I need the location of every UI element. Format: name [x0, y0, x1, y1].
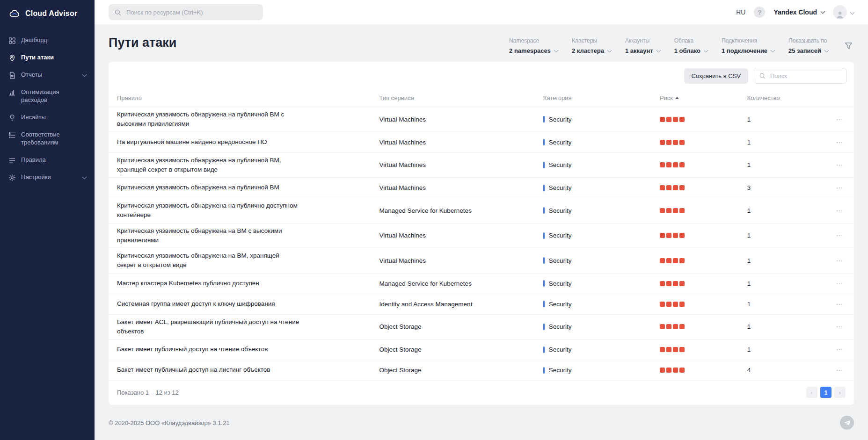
- row-menu-button[interactable]: ⋯: [834, 322, 846, 331]
- column-risk[interactable]: Риск: [660, 94, 747, 101]
- table-row[interactable]: На виртуальной машине найдено вредоносно…: [109, 132, 854, 153]
- sidebar-item-reports[interactable]: Отчеты: [0, 66, 95, 84]
- risk-square: [666, 302, 671, 307]
- chevron-down-icon: [82, 174, 87, 179]
- risk-square: [673, 258, 678, 263]
- row-menu-button[interactable]: ⋯: [834, 345, 846, 354]
- row-menu-button[interactable]: ⋯: [834, 206, 846, 215]
- risk-square: [679, 302, 685, 307]
- table-search-input[interactable]: [769, 72, 841, 80]
- sidebar: Cloud Advisor ДашбордПути атакиОтчетыОпт…: [0, 0, 95, 440]
- table-row[interactable]: Критическая уязвимость обнаружена на пуб…: [109, 107, 854, 132]
- count-cell: 1: [747, 323, 813, 330]
- risk-square: [666, 233, 671, 238]
- table-row[interactable]: Критическая уязвимость обнаружена на пуб…: [109, 178, 854, 198]
- rule-cell: Бакет имеет ACL, разрешающий публичный д…: [117, 317, 309, 337]
- user-menu[interactable]: [833, 5, 854, 19]
- category-cell: Security: [543, 184, 660, 191]
- category-color-bar: [543, 280, 545, 287]
- rules-icon: [8, 157, 16, 164]
- category-cell: Security: [543, 346, 660, 353]
- sidebar-item-attack-paths[interactable]: Пути атаки: [0, 49, 95, 66]
- filter-clusters[interactable]: Кластеры2 кластера: [572, 37, 611, 54]
- topbar: RU ? Yandex Cloud: [95, 0, 868, 24]
- table-row[interactable]: Системная группа имеет доступ к ключу ши…: [109, 294, 854, 315]
- sidebar-item-settings[interactable]: Настройки: [0, 169, 95, 186]
- row-menu-button[interactable]: ⋯: [834, 138, 846, 147]
- service-cell: Virtual Machines: [379, 139, 543, 146]
- table-row[interactable]: Критическая уязвимость обнаружена на ВМ,…: [109, 248, 854, 274]
- reports-icon: [8, 72, 16, 79]
- row-menu-button[interactable]: ⋯: [834, 231, 846, 240]
- row-menu-button[interactable]: ⋯: [834, 366, 846, 375]
- cloud-selector[interactable]: Yandex Cloud: [773, 8, 824, 16]
- risk-square: [660, 302, 665, 307]
- page-1-button[interactable]: 1: [820, 387, 832, 398]
- row-menu-button[interactable]: ⋯: [834, 115, 846, 124]
- category-label: Security: [549, 346, 572, 353]
- sidebar-item-compliance[interactable]: Соответствие требованиям: [0, 126, 95, 151]
- service-cell: Virtual Machines: [379, 257, 543, 264]
- search-icon: [114, 9, 121, 16]
- help-icon[interactable]: ?: [754, 7, 765, 18]
- logo[interactable]: Cloud Advisor: [0, 0, 95, 32]
- filter-connections[interactable]: Подключения1 подключение: [722, 37, 774, 54]
- sidebar-item-rules[interactable]: Правила: [0, 151, 95, 169]
- risk-square: [666, 140, 671, 145]
- sidebar-item-insights[interactable]: Инсайты: [0, 109, 95, 126]
- table-row[interactable]: Бакет имеет ACL, разрешающий публичный д…: [109, 315, 854, 340]
- language-selector[interactable]: RU: [736, 8, 745, 16]
- filter-label: Подключения: [722, 37, 774, 44]
- risk-square: [679, 281, 685, 286]
- prev-page-button[interactable]: ‹: [806, 387, 817, 398]
- pagination: ‹ 1 ›: [806, 387, 846, 398]
- telegram-icon[interactable]: [840, 416, 854, 430]
- category-color-bar: [543, 346, 545, 353]
- global-search[interactable]: [109, 4, 263, 20]
- table-row[interactable]: Бакет имеет публичный доступ на листинг …: [109, 360, 854, 381]
- category-color-bar: [543, 301, 545, 307]
- sidebar-item-dashboard[interactable]: Дашборд: [0, 32, 95, 49]
- filter-page-size[interactable]: Показывать по25 записей: [788, 37, 828, 54]
- save-csv-button[interactable]: Сохранить в CSV: [684, 68, 748, 84]
- chevron-down-icon: [607, 48, 612, 52]
- category-color-bar: [543, 116, 545, 123]
- row-menu-button[interactable]: ⋯: [834, 183, 846, 192]
- column-rule: Правило: [117, 94, 379, 101]
- table-row[interactable]: Критическая уязвимость обнаружена на ВМ …: [109, 224, 854, 249]
- sidebar-item-cost-optimization[interactable]: Оптимизация расходов: [0, 84, 95, 109]
- count-cell: 1: [747, 346, 813, 353]
- cloud-advisor-logo-icon: [8, 7, 21, 20]
- next-page-button[interactable]: ›: [834, 387, 846, 398]
- table-row[interactable]: Бакет имеет публичный доступ на чтение о…: [109, 339, 854, 360]
- table-row[interactable]: Критическая уязвимость обнаружена на пуб…: [109, 153, 854, 178]
- risk-cell: [660, 258, 747, 263]
- risk-cell: [660, 233, 747, 238]
- category-label: Security: [549, 323, 572, 330]
- table-body: Критическая уязвимость обнаружена на пуб…: [109, 107, 854, 381]
- category-label: Security: [549, 139, 572, 146]
- table-row[interactable]: Критическая уязвимость обнаружена на пуб…: [109, 198, 854, 224]
- filter-label: Namespace: [509, 37, 558, 44]
- filter-clouds[interactable]: Облака1 облако: [674, 37, 708, 54]
- cost-optimization-icon: [8, 89, 16, 96]
- row-menu-button[interactable]: ⋯: [834, 256, 846, 265]
- filter-namespace[interactable]: Namespace2 namespaces: [509, 37, 558, 54]
- global-search-input[interactable]: [125, 8, 257, 16]
- chevron-down-icon: [771, 48, 775, 52]
- filter-accounts[interactable]: Аккаунты1 аккаунт: [625, 37, 660, 54]
- risk-square: [673, 302, 678, 307]
- attack-paths-card: Сохранить в CSV Правило Тип сервиса Кате…: [109, 62, 854, 405]
- row-menu-button[interactable]: ⋯: [834, 160, 846, 169]
- row-menu-button[interactable]: ⋯: [834, 300, 846, 309]
- risk-square: [673, 281, 678, 286]
- category-cell: Security: [543, 232, 660, 239]
- row-menu-button[interactable]: ⋯: [834, 279, 846, 288]
- filter-icon-button[interactable]: [843, 40, 854, 51]
- risk-square: [660, 117, 665, 122]
- bottom-bar: © 2020-2025 ООО «Клаудэдвайзор» 3.1.21: [109, 408, 854, 440]
- table-row[interactable]: Мастер кластера Kubernetes публично дост…: [109, 274, 854, 294]
- table-search[interactable]: [754, 68, 846, 84]
- chevron-down-icon: [824, 48, 829, 52]
- category-color-bar: [543, 367, 545, 374]
